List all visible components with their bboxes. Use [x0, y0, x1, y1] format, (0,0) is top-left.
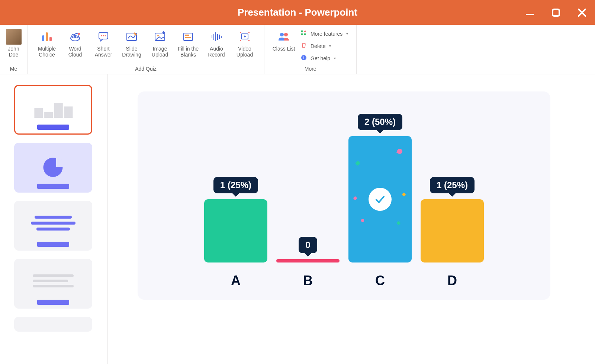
short-answer-button[interactable]: Short Answer: [89, 28, 118, 59]
bar-slot-d: 1 (25%): [421, 177, 484, 262]
chevron-down-icon: ▾: [334, 56, 336, 60]
bar-chart-icon: [40, 29, 54, 44]
svg-rect-6: [49, 37, 52, 41]
svg-rect-40: [36, 228, 70, 231]
window-title: Presentation - Powerpoint: [238, 7, 357, 18]
slide-thumbnail-2[interactable]: [14, 143, 92, 193]
bar-label-a: 1 (25%): [213, 177, 258, 193]
speech-bubble-icon: [97, 29, 110, 44]
get-help-button[interactable]: i Get help ▾: [301, 55, 348, 62]
user-name: John Doe: [8, 46, 19, 58]
bar-b: [276, 259, 340, 262]
canvas-area: 1 (25%) 0 2 (50%): [108, 74, 595, 364]
chevron-down-icon: ▾: [329, 44, 331, 48]
svg-point-28: [284, 33, 288, 36]
category-a: A: [204, 273, 267, 289]
svg-point-27: [280, 33, 284, 36]
people-icon: [277, 29, 290, 44]
form-lines-icon: [181, 29, 195, 44]
slide-thumbnail-1[interactable]: [14, 85, 92, 135]
drawing-icon: [125, 29, 138, 44]
titlebar: Presentation - Powerpoint: [0, 0, 595, 25]
category-b: B: [276, 273, 340, 289]
category-labels: A B C D: [138, 273, 550, 289]
ribbon: John Doe Me Multiple Choice Word Cloud: [0, 25, 595, 74]
slide-thumbnail-3[interactable]: [14, 201, 92, 251]
bar-label-d: 1 (25%): [430, 177, 475, 193]
close-button[interactable]: [569, 0, 595, 25]
bar-label-c: 2 (50%): [358, 114, 402, 130]
svg-rect-18: [185, 35, 189, 36]
svg-rect-29: [301, 30, 303, 32]
image-upload-icon: [153, 29, 167, 44]
svg-rect-35: [44, 112, 53, 118]
bar-slot-c: 2 (50%): [348, 114, 412, 262]
thumb-button-bar: [37, 184, 69, 189]
bar-slot-a: 1 (25%): [204, 177, 267, 262]
slide-thumbnails: [0, 74, 108, 364]
bar-slot-b: 0: [276, 237, 340, 262]
svg-rect-42: [33, 280, 68, 282]
trash-icon: [301, 42, 307, 49]
category-c: C: [348, 273, 412, 289]
class-list-button[interactable]: Class List: [270, 28, 298, 53]
minimize-button[interactable]: [517, 0, 543, 25]
fill-blanks-button[interactable]: Fill in the Blanks: [174, 28, 202, 59]
window-controls: [517, 0, 595, 25]
bar-d: [421, 199, 484, 262]
thumb-button-bar: [37, 125, 69, 130]
svg-rect-30: [301, 33, 303, 35]
svg-point-11: [101, 35, 102, 36]
ribbon-group-more: Class List More features ▾ Delete ▾ i Ge…: [264, 25, 357, 74]
svg-rect-31: [304, 33, 306, 35]
video-icon: [238, 29, 251, 44]
thumb-button-bar: [37, 300, 69, 305]
svg-rect-1: [553, 9, 559, 16]
category-d: D: [421, 273, 484, 289]
bar-c: [348, 136, 412, 262]
ribbon-group-add-quiz: Multiple Choice Word Cloud Short Answer …: [28, 25, 264, 74]
svg-rect-4: [42, 35, 44, 41]
audio-wave-icon: [210, 29, 223, 44]
svg-rect-37: [64, 106, 73, 118]
chevron-down-icon: ▾: [346, 32, 348, 36]
correct-check-icon: [369, 188, 392, 211]
image-upload-button[interactable]: Image Upload: [146, 28, 174, 59]
maximize-button[interactable]: [543, 0, 569, 25]
bar-a: [204, 199, 267, 262]
avatar: [6, 29, 22, 45]
slide-drawing-button[interactable]: Slide Drawing: [118, 28, 146, 59]
grid-plus-icon: [301, 30, 307, 37]
multiple-choice-button[interactable]: Multiple Choice: [33, 28, 61, 59]
delete-button[interactable]: Delete ▾: [301, 42, 348, 49]
svg-text:i: i: [303, 55, 304, 60]
svg-point-10: [78, 33, 80, 35]
svg-rect-34: [34, 108, 43, 118]
ribbon-group-me: John Doe Me: [0, 25, 28, 74]
svg-rect-36: [54, 103, 63, 118]
cloud-icon: [68, 29, 82, 44]
slide-thumbnail-4[interactable]: [14, 259, 92, 309]
bar-label-b: 0: [299, 237, 317, 253]
result-bars: 1 (25%) 0 2 (50%): [138, 114, 550, 262]
svg-point-16: [157, 35, 159, 36]
svg-rect-39: [31, 222, 75, 225]
svg-point-12: [103, 35, 104, 36]
thumb-button-bar: [37, 242, 69, 247]
ribbon-group-add-quiz-label: Add Quiz: [135, 64, 157, 72]
svg-rect-41: [33, 274, 74, 277]
more-features-button[interactable]: More features ▾: [301, 30, 348, 37]
svg-point-13: [105, 35, 106, 36]
slide-thumbnail-5[interactable]: [14, 317, 92, 332]
word-cloud-button[interactable]: Word Cloud: [61, 28, 89, 59]
current-user-button[interactable]: John Doe: [3, 28, 25, 59]
main-area: 1 (25%) 0 2 (50%): [0, 74, 595, 364]
ribbon-group-more-label: More: [305, 64, 316, 72]
svg-rect-43: [33, 285, 74, 287]
slide-canvas[interactable]: 1 (25%) 0 2 (50%): [138, 91, 550, 300]
ribbon-group-me-label: Me: [10, 64, 17, 72]
video-upload-button[interactable]: Video Upload: [231, 28, 259, 59]
audio-record-button[interactable]: Audio Record: [202, 28, 231, 59]
info-icon: i: [301, 55, 307, 62]
svg-rect-19: [185, 37, 191, 38]
